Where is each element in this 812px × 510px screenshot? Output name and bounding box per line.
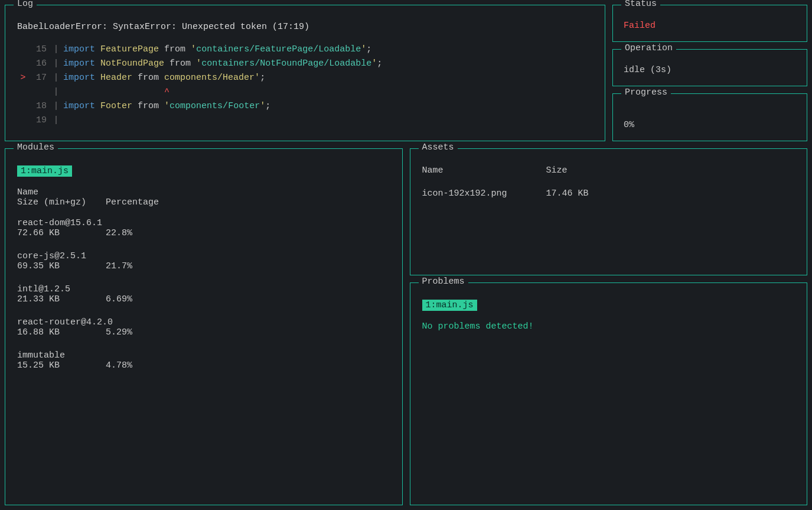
log-error-message: BabelLoaderError: SyntaxError: Unexpecte… xyxy=(17,22,593,32)
code-line: 18 | import Footer from 'components/Foot… xyxy=(17,99,593,113)
module-row: intl@1.2.5 21.33 KB6.69% xyxy=(17,284,390,304)
line-marker xyxy=(17,113,29,128)
assets-header: Name Size xyxy=(422,165,795,176)
operation-panel: Operation idle (3s) xyxy=(612,49,807,86)
module-pct: 4.78% xyxy=(106,360,132,371)
operation-title: Operation xyxy=(621,43,676,53)
module-name: immutable xyxy=(17,350,390,360)
line-separator: | xyxy=(49,57,63,71)
assets-header-name: Name xyxy=(422,165,546,176)
module-size: 72.66 KB xyxy=(17,228,106,238)
problems-message: No problems detected! xyxy=(422,321,795,332)
line-marker xyxy=(17,99,29,113)
code-content: import Header from components/Header'; xyxy=(63,71,265,85)
problems-panel: Problems 1:main.js No problems detected! xyxy=(410,282,808,505)
line-separator: | xyxy=(49,99,63,113)
code-content: import FeaturePage from 'containers/Feat… xyxy=(63,43,371,57)
line-separator: | xyxy=(49,43,63,57)
problems-title: Problems xyxy=(419,277,468,287)
module-size: 21.33 KB xyxy=(17,294,106,304)
assets-header-size: Size xyxy=(546,165,568,176)
progress-title: Progress xyxy=(621,87,671,98)
status-title: Status xyxy=(621,0,660,9)
line-separator: | xyxy=(49,85,63,99)
module-name: react-router@4.2.0 xyxy=(17,317,390,327)
module-row: react-router@4.2.0 16.88 KB5.29% xyxy=(17,317,390,337)
module-size: 16.88 KB xyxy=(17,327,106,337)
module-pct: 6.69% xyxy=(106,294,132,304)
line-number: 19 xyxy=(29,113,49,128)
status-value: Failed xyxy=(624,21,796,31)
module-name: react-dom@15.6.1 xyxy=(17,218,390,228)
line-number: 15 xyxy=(29,43,49,57)
module-size: 15.25 KB xyxy=(17,360,106,371)
modules-badge[interactable]: 1:main.js xyxy=(17,165,72,177)
code-content: import Footer from 'components/Footer'; xyxy=(63,99,270,113)
modules-headers: Name Size (min+gz) Percentage xyxy=(17,187,390,207)
code-line: 15 | import FeaturePage from 'containers… xyxy=(17,43,593,57)
assets-title: Assets xyxy=(419,142,458,152)
line-separator: | xyxy=(49,71,63,85)
progress-panel: Progress 0% xyxy=(612,93,807,141)
module-pct: 22.8% xyxy=(106,228,132,238)
modules-panel: Modules 1:main.js Name Size (min+gz) Per… xyxy=(5,148,403,505)
module-row: core-js@2.5.1 69.35 KB21.7% xyxy=(17,251,390,271)
module-name: core-js@2.5.1 xyxy=(17,251,390,261)
module-name: intl@1.2.5 xyxy=(17,284,390,294)
code-line: 16 | import NotFoundPage from 'container… xyxy=(17,57,593,71)
error-marker: > xyxy=(17,71,29,85)
log-title: Log xyxy=(14,0,37,9)
code-content: import NotFoundPage from 'containers/Not… xyxy=(63,57,382,71)
progress-value: 0% xyxy=(624,120,796,130)
line-separator: | xyxy=(49,113,63,128)
status-panel: Status Failed xyxy=(612,5,807,42)
module-row: immutable 15.25 KB4.78% xyxy=(17,350,390,371)
line-number: 16 xyxy=(29,57,49,71)
modules-title: Modules xyxy=(14,142,58,152)
asset-size: 17.46 KB xyxy=(546,189,589,199)
line-number: 17 xyxy=(29,71,49,85)
module-pct: 21.7% xyxy=(106,261,132,271)
asset-name: icon-192x192.png xyxy=(422,189,546,199)
module-row: react-dom@15.6.1 72.66 KB22.8% xyxy=(17,218,390,238)
log-panel: Log BabelLoaderError: SyntaxError: Unexp… xyxy=(5,5,605,141)
module-pct: 5.29% xyxy=(106,327,132,337)
code-line: 19 | xyxy=(17,113,593,128)
assets-panel: Assets Name Size icon-192x192.png 17.46 … xyxy=(410,148,808,275)
problems-badge[interactable]: 1:main.js xyxy=(422,300,477,311)
modules-header-size: Size (min+gz) xyxy=(17,197,106,207)
side-panels: Status Failed Operation idle (3s) Progre… xyxy=(612,5,807,141)
line-marker xyxy=(17,57,29,71)
error-caret: ^ xyxy=(63,85,169,99)
line-marker xyxy=(17,43,29,57)
operation-value: idle (3s) xyxy=(624,65,796,75)
modules-header-pct: Percentage xyxy=(106,197,159,207)
modules-header-name: Name xyxy=(17,187,390,197)
line-number: 18 xyxy=(29,99,49,113)
caret-line: | ^ xyxy=(17,85,593,99)
code-line-error: > 17 | import Header from components/Hea… xyxy=(17,71,593,85)
module-size: 69.35 KB xyxy=(17,261,106,271)
asset-row: icon-192x192.png 17.46 KB xyxy=(422,189,795,199)
